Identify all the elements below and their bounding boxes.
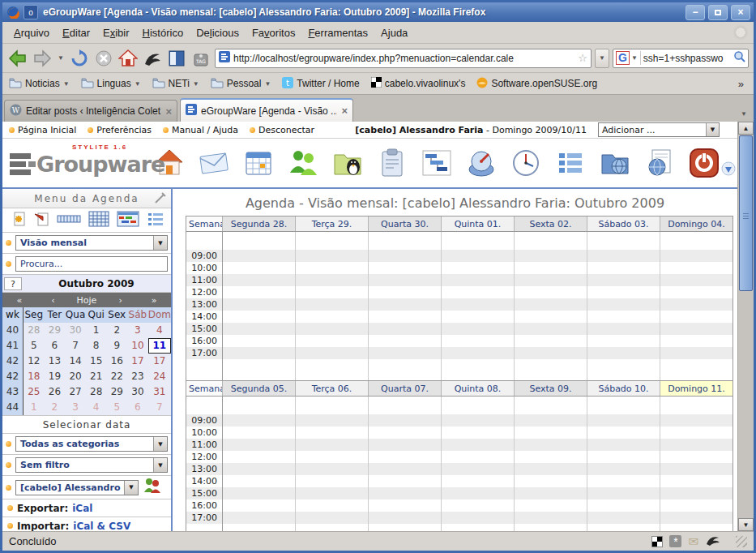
week-number[interactable]: 41 [2,338,23,354]
logout-app-icon[interactable] [687,146,721,180]
time-row[interactable]: 13:00 [186,463,733,475]
day-column-header[interactable]: Quarta 30. [368,216,441,231]
calendar-day[interactable]: 6 [45,338,66,354]
day-column-header[interactable]: Quinta 01. [441,216,514,231]
day-column-header[interactable]: Quarta 07. [368,381,441,396]
calendar-day[interactable]: 25 [23,384,45,400]
tab-close-icon[interactable]: × [341,105,348,117]
url-dropdown-button[interactable]: ▼ [595,49,609,68]
calendar-nav-2[interactable]: Hoje [70,295,104,306]
calendar-day[interactable]: 6 [127,400,148,415]
time-row[interactable]: 16:00 [186,335,733,347]
calendar-help-button[interactable]: ? [4,277,22,290]
sitemgr-app-icon[interactable] [598,146,632,180]
today-icon[interactable] [33,211,49,230]
time-row[interactable]: 10:00 [186,262,733,274]
tab-list-dropdown[interactable]: ▼ [736,105,752,122]
monthview-icon[interactable] [88,211,109,230]
browser-tab[interactable]: WEditar posts ‹ Inteligência Colet...× [4,100,177,122]
calendar-day[interactable]: 15 [86,354,107,369]
vertical-scrollbar[interactable]: ▲ ▼ [737,122,754,531]
pin-icon[interactable] [153,192,166,208]
time-row[interactable]: 09:00 [186,414,733,427]
time-row[interactable]: 14:00 [186,311,733,323]
calendar-nav-1[interactable]: ‹ [36,295,70,306]
infolog-app-icon[interactable] [375,146,409,180]
bookmark-item[interactable]: Noticias▼ [9,77,70,91]
extension-panel-icon[interactable] [166,47,187,70]
time-row[interactable]: 13:00 [186,298,733,311]
home-button[interactable] [117,47,139,70]
contacts-app-icon[interactable] [286,146,320,180]
bookmark-star-icon[interactable]: ☆ [578,52,587,64]
owner-select[interactable]: [cabelo] Alessandro Faria▼ [15,480,139,495]
title-bar[interactable]: o eGroupWare [Agenda - Visão mensal: [ca… [2,2,754,22]
calendar-nav-4[interactable]: » [137,295,171,306]
export-ical-link[interactable]: iCal [72,503,92,514]
url-input[interactable] [233,53,574,64]
calendar-day[interactable]: 29 [45,323,66,338]
calendar-day[interactable]: 3 [127,323,148,338]
scroll-up-button[interactable]: ▲ [738,122,754,135]
day-column-header[interactable]: Domingo 11. [660,381,733,396]
tag-extension-icon[interactable]: TAG [190,47,211,70]
bookmark-item[interactable]: NETi▼ [152,77,199,91]
time-row[interactable]: 11:00 [186,439,733,451]
time-row[interactable]: 11:00 [186,274,733,286]
menu-item[interactable]: Editar [56,24,96,41]
window-menu-icon[interactable]: o [23,5,38,19]
mail-icon[interactable]: ✉ [688,534,698,549]
header-link[interactable]: Página Inicial [9,125,76,135]
week-number[interactable]: 44 [2,400,23,415]
calendar-day[interactable]: 7 [148,400,171,415]
calendar-nav-3[interactable]: › [104,295,138,306]
calendar-day[interactable]: 21 [86,369,107,384]
scrollbar-thumb[interactable] [739,135,753,291]
header-link[interactable]: Desconectar [250,125,314,135]
tab-close-icon[interactable]: × [165,105,172,118]
calendar-day[interactable]: 2 [106,323,127,338]
bookmarks-overflow-button[interactable]: » [738,78,747,90]
time-row[interactable]: 10:00 [186,427,733,439]
calendar-day[interactable]: 16 [106,354,127,369]
time-row[interactable]: 17:00 [186,347,733,359]
calendar-day[interactable]: 23 [127,369,148,384]
menu-item[interactable]: Ferramentas [301,24,374,41]
calendar-day[interactable]: 4 [148,323,171,338]
calendar-day[interactable]: 17 [127,354,148,369]
calendar-app-icon[interactable] [241,146,275,180]
calendar-day[interactable]: 28 [86,384,107,400]
calendar-day[interactable]: 17 [148,354,171,369]
back-history-dropdown[interactable]: ▼ [56,47,66,70]
stop-button[interactable] [93,47,114,70]
adblock-icon[interactable]: * [669,535,681,547]
forward-button[interactable] [32,47,53,70]
calendar-day[interactable]: 4 [86,400,107,415]
extension-swoosh-icon[interactable] [142,47,163,70]
time-row[interactable]: 12:00 [186,286,733,298]
header-link[interactable]: Preferências [88,125,152,135]
calendar-day[interactable]: 30 [65,323,86,338]
calendar-day[interactable]: 7 [65,338,86,354]
menu-item[interactable]: Delicious [190,24,246,41]
new-event-icon[interactable] [10,211,26,230]
calendar-day[interactable]: 2 [45,400,66,415]
browser-tab[interactable]: eGroupWare [Agenda - Visão ...× [180,98,353,122]
projects-app-icon[interactable] [420,146,454,180]
calendar-day[interactable]: 18 [23,369,45,384]
time-row[interactable]: 09:00 [186,250,733,262]
week-number[interactable]: 43 [2,384,23,400]
calendar-day[interactable]: 3 [65,400,86,415]
clock-app-icon[interactable] [509,146,543,180]
week-number[interactable]: 42 [2,369,23,384]
calendar-day[interactable]: 1 [86,323,107,338]
maximize-button[interactable] [708,5,728,20]
day-column-header[interactable]: Quinta 08. [441,381,514,396]
week-grid[interactable]: 09:0010:0011:0012:0013:0014:0015:0016:00… [186,397,733,531]
calendar-day[interactable]: 20 [65,369,86,384]
scroll-down-button[interactable]: ▼ [738,518,754,531]
day-column-header[interactable]: Terça 29. [295,216,368,231]
calendar-day[interactable]: 13 [45,354,66,369]
search-engine-button[interactable]: G ▼ [616,51,641,65]
week-number[interactable]: 42 [2,354,23,369]
